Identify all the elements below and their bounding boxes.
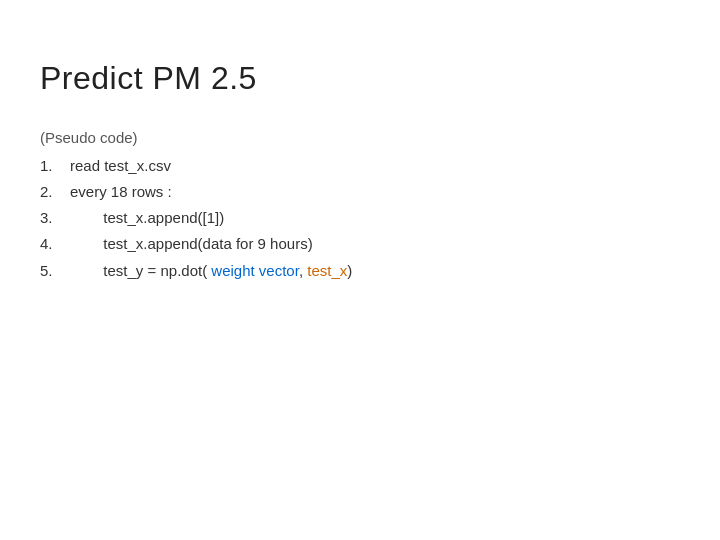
slide-container: Predict PM 2.5 (Pseudo code) 1. read tes… xyxy=(0,0,720,540)
line-num-4: 4. xyxy=(40,231,70,257)
line-content-2: every 18 rows : xyxy=(70,179,172,205)
code-block: 1. read test_x.csv 2. every 18 rows : 3.… xyxy=(40,153,680,284)
slide-content: (Pseudo code) 1. read test_x.csv 2. ever… xyxy=(40,125,680,284)
highlight-weight-vector: weight vector xyxy=(211,262,299,279)
line-num-5: 5. xyxy=(40,258,70,284)
slide-title: Predict PM 2.5 xyxy=(40,60,680,97)
line-content-5: test_y = np.dot( weight vector, test_x) xyxy=(70,258,352,284)
code-line-1: 1. read test_x.csv xyxy=(40,153,680,179)
code-line-3: 3. test_x.append([1]) xyxy=(40,205,680,231)
code-line-2: 2. every 18 rows : xyxy=(40,179,680,205)
line-content-4: test_x.append(data for 9 hours) xyxy=(70,231,313,257)
line-num-1: 1. xyxy=(40,153,70,179)
line-content-3: test_x.append([1]) xyxy=(70,205,224,231)
line-num-2: 2. xyxy=(40,179,70,205)
line-content-1: read test_x.csv xyxy=(70,153,171,179)
pseudo-label: (Pseudo code) xyxy=(40,125,680,151)
code-line-5: 5. test_y = np.dot( weight vector, test_… xyxy=(40,258,680,284)
highlight-test-x: test_x xyxy=(307,262,347,279)
line-num-3: 3. xyxy=(40,205,70,231)
code-line-4: 4. test_x.append(data for 9 hours) xyxy=(40,231,680,257)
